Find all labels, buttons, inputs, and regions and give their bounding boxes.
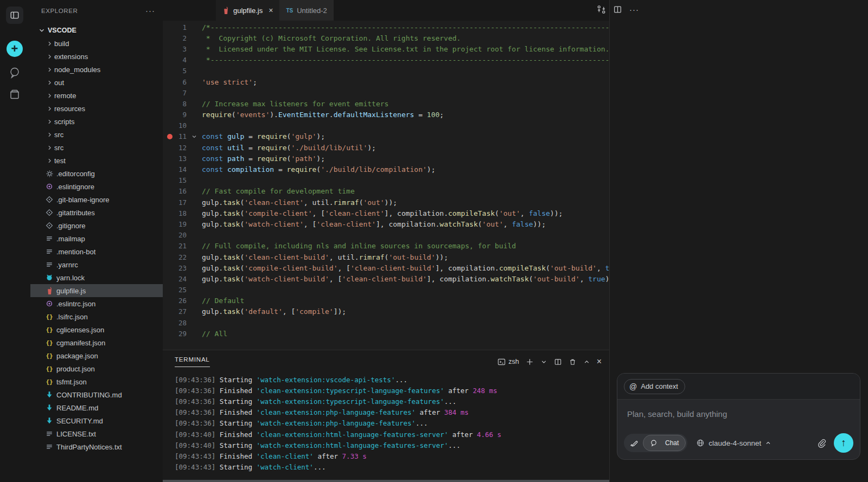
- send-button[interactable]: ↑: [834, 433, 853, 453]
- toggle-sidebar-button[interactable]: [6, 7, 23, 24]
- terminal-line: [09:43:36] Finished 'clean-extension:typ…: [175, 385, 606, 396]
- terminal-tab[interactable]: TERMINAL: [175, 356, 210, 367]
- tab-untitled-2[interactable]: TSUntitled-2: [279, 0, 333, 21]
- sidebar-item-git-blame-ignore[interactable]: .git-blame-ignore: [30, 193, 163, 206]
- code-line-26[interactable]: 26// Default: [163, 295, 609, 306]
- item-label: .yarnrc: [56, 261, 78, 269]
- sidebar-item-lsifrc-json[interactable]: {}.lsifrc.json: [30, 310, 163, 323]
- code-line-8[interactable]: 8// Increase max listeners for event emi…: [163, 98, 609, 109]
- split-editor-icon[interactable]: [613, 5, 622, 14]
- close-panel-icon[interactable]: ×: [597, 357, 602, 367]
- code-line-21[interactable]: 21// Full compile, including nls and inl…: [163, 241, 609, 252]
- sidebar-item-remote[interactable]: remote: [30, 89, 163, 102]
- code-line-28[interactable]: 28: [163, 317, 609, 328]
- terminal-output[interactable]: [09:43:36] Starting 'watch-extension:vsc…: [175, 374, 606, 478]
- fold-chevron-icon[interactable]: [191, 133, 197, 140]
- sidebar-item-out[interactable]: out: [30, 76, 163, 89]
- code-line-1[interactable]: 1/*-------------------------------------…: [163, 22, 609, 33]
- sidebar-item-thirdpartynotices-txt[interactable]: ThirdPartyNotices.txt: [30, 440, 163, 453]
- archive-button[interactable]: [8, 88, 21, 103]
- new-terminal-icon[interactable]: [526, 358, 534, 366]
- code-line-2[interactable]: 2 * Copyright (c) Microsoft Corporation.…: [163, 33, 609, 43]
- code-line-25[interactable]: 25: [163, 285, 609, 295]
- explorer-more-actions-button[interactable]: ···: [145, 8, 155, 14]
- sidebar-item-cgmanifest-json[interactable]: {}cgmanifest.json: [30, 336, 163, 349]
- code-line-3[interactable]: 3 * Licensed under the MIT License. See …: [163, 43, 609, 54]
- open-changes-icon[interactable]: [597, 5, 606, 14]
- sidebar-item-eslintignore[interactable]: .eslintignore: [30, 180, 163, 193]
- sidebar-item-extensions[interactable]: extensions: [30, 50, 163, 63]
- sidebar-item-mailmap[interactable]: .mailmap: [30, 232, 163, 245]
- code-line-22[interactable]: 22gulp.task('clean-client-build', util.r…: [163, 252, 609, 262]
- sidebar-item-mention-bot[interactable]: .mention-bot: [30, 245, 163, 258]
- code-line-10[interactable]: 10: [163, 120, 609, 131]
- line-number: 24: [163, 275, 187, 283]
- tree-root-vscode[interactable]: VSCODE: [30, 24, 163, 37]
- chat-history-button[interactable]: [8, 66, 21, 81]
- sidebar-item-test[interactable]: test: [30, 154, 163, 167]
- sidebar-item-node-modules[interactable]: node_modules: [30, 63, 163, 76]
- tab-gulpfile-js[interactable]: gulpfile.js×: [216, 0, 279, 21]
- add-context-button[interactable]: @ Add context: [624, 379, 685, 394]
- sidebar-item-gitattributes[interactable]: .gitattributes: [30, 206, 163, 219]
- code-line-14[interactable]: 14const compilation = require('./build/l…: [163, 164, 609, 175]
- sidebar-item-build[interactable]: build: [30, 37, 163, 50]
- sidebar-item-resources[interactable]: resources: [30, 102, 163, 115]
- terminal-scrollbar[interactable]: [163, 480, 609, 482]
- code-line-7[interactable]: 7: [163, 87, 609, 98]
- chat-input-placeholder[interactable]: Plan, search, build anything: [627, 409, 727, 419]
- paperclip-icon[interactable]: [817, 439, 826, 448]
- sidebar-item-editorconfig[interactable]: .editorconfig: [30, 167, 163, 180]
- code-line-24[interactable]: 24gulp.task('watch-client-build', ['clea…: [163, 273, 609, 284]
- more-actions-icon[interactable]: ···: [629, 7, 639, 12]
- sidebar-item-src[interactable]: src: [30, 128, 163, 141]
- sidebar-item-license-txt[interactable]: LICENSE.txt: [30, 427, 163, 440]
- sidebar-item-tsfmt-json[interactable]: {}tsfmt.json: [30, 375, 163, 388]
- new-chat-button[interactable]: +: [7, 41, 23, 57]
- chat-mode-pill[interactable]: Chat: [643, 435, 686, 451]
- sidebar-item-package-json[interactable]: {}package.json: [30, 349, 163, 362]
- code-line-16[interactable]: 16// Fast compile for development time: [163, 186, 609, 197]
- sidebar-item-gulpfile-js[interactable]: gulpfile.js: [30, 284, 163, 297]
- sidebar-item-readme-md[interactable]: README.md: [30, 401, 163, 414]
- sidebar-item-gitignore[interactable]: .gitignore: [30, 219, 163, 232]
- chevron-right-icon: [44, 118, 54, 125]
- code-line-23[interactable]: 23gulp.task('compile-client-build', ['cl…: [163, 262, 609, 273]
- sidebar-item-src[interactable]: src: [30, 141, 163, 154]
- terminal-dropdown-icon[interactable]: [540, 358, 547, 365]
- sidebar-item-cglicenses-json[interactable]: {}cglicenses.json: [30, 323, 163, 336]
- code-line-13[interactable]: 13const path = require('path');: [163, 153, 609, 164]
- breakpoint-icon[interactable]: [167, 134, 173, 139]
- kill-terminal-icon[interactable]: [569, 358, 577, 366]
- code-line-17[interactable]: 17gulp.task('clean-client', util.rimraf(…: [163, 197, 609, 208]
- code-line-12[interactable]: 12const util = require('./build/lib/util…: [163, 142, 609, 153]
- split-terminal-icon[interactable]: [554, 358, 562, 366]
- close-tab-icon[interactable]: ×: [269, 6, 273, 15]
- code-line-20[interactable]: 20: [163, 230, 609, 241]
- code-line-18[interactable]: 18gulp.task('compile-client', ['clean-cl…: [163, 208, 609, 218]
- mode-toggle[interactable]: Chat: [624, 434, 687, 452]
- model-selector[interactable]: claude-4-sonnet: [696, 439, 771, 447]
- code-line-11[interactable]: 11const gulp = require('gulp');: [163, 131, 609, 142]
- code-line-29[interactable]: 29// All: [163, 328, 609, 339]
- code-line-4[interactable]: 4 *-------------------------------------…: [163, 55, 609, 66]
- item-label: extensions: [54, 53, 88, 61]
- sidebar-item-yarnrc[interactable]: .yarnrc: [30, 258, 163, 271]
- line-number: 6: [163, 78, 187, 86]
- sidebar-item-product-json[interactable]: {}product.json: [30, 362, 163, 375]
- code-line-19[interactable]: 19gulp.task('watch-client', ['clean-clie…: [163, 218, 609, 229]
- code-line-9[interactable]: 9require('events').EventEmitter.defaultM…: [163, 110, 609, 120]
- code-line-27[interactable]: 27gulp.task('default', ['compile']);: [163, 306, 609, 317]
- code-line-5[interactable]: 5: [163, 66, 609, 76]
- code-editor[interactable]: 1/*-------------------------------------…: [163, 22, 609, 350]
- sidebar-item-security-md[interactable]: SECURITY.md: [30, 414, 163, 427]
- sidebar-item-contributing-md[interactable]: CONTRIBUTING.md: [30, 388, 163, 401]
- maximize-panel-icon[interactable]: [583, 358, 590, 365]
- sidebar-item-yarn-lock[interactable]: yarn.lock: [30, 271, 163, 284]
- code-line-15[interactable]: 15: [163, 175, 609, 186]
- shell-selector[interactable]: zsh: [497, 358, 519, 366]
- item-label: remote: [54, 92, 76, 100]
- sidebar-item-scripts[interactable]: scripts: [30, 115, 163, 128]
- sidebar-item-eslintrc-json[interactable]: .eslintrc.json: [30, 297, 163, 310]
- code-line-6[interactable]: 6'use strict';: [163, 76, 609, 87]
